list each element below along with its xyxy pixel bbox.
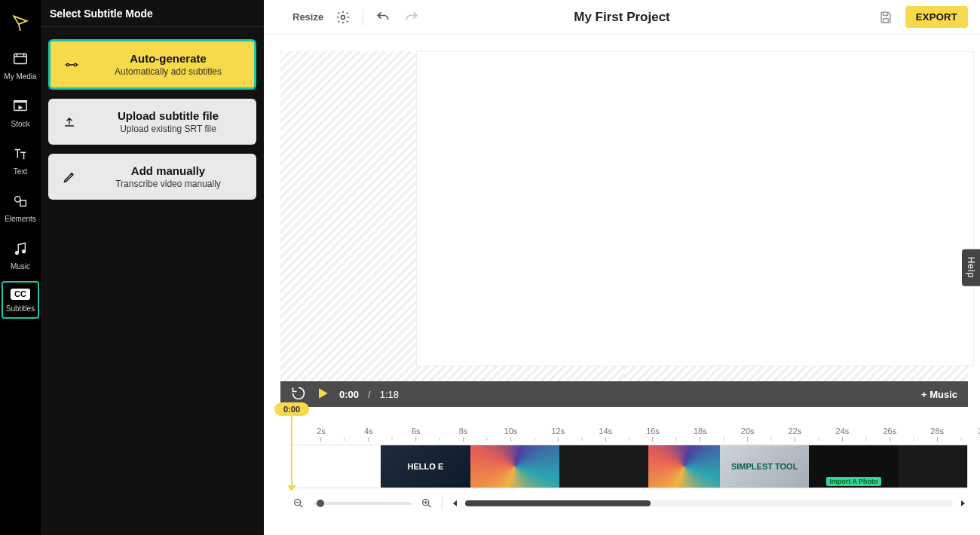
timeline-scrollbar[interactable] xyxy=(465,500,953,506)
play-button[interactable] xyxy=(315,386,330,403)
ruler-tick: 14s xyxy=(599,426,612,442)
ruler-subtick xyxy=(960,437,961,441)
mode-auto-generate[interactable]: Auto-generate Automatically add subtitle… xyxy=(48,39,256,90)
nav-label: Elements xyxy=(5,215,36,223)
playhead-badge[interactable]: 0:00 xyxy=(274,402,309,416)
zoom-slider[interactable] xyxy=(314,502,412,505)
ruler-tick: 8s xyxy=(459,426,468,442)
top-bar: Resize My First Project EXPORT xyxy=(264,0,980,35)
ruler-subtick xyxy=(819,437,819,441)
zoom-in-button[interactable] xyxy=(419,496,434,511)
add-music-button[interactable]: + Music xyxy=(921,389,957,400)
clip-label: SIMPLEST TOOL xyxy=(731,462,798,471)
gear-icon[interactable] xyxy=(334,8,352,26)
pencil-icon xyxy=(59,170,80,185)
ruler-subtick xyxy=(345,437,345,441)
player-duration: 1:18 xyxy=(380,389,399,400)
mode-title: Add manually xyxy=(90,164,246,177)
clip-tail[interactable] xyxy=(899,445,967,488)
timeline-track[interactable]: HELLO ESIMPLEST TOOLImport A Photo xyxy=(291,445,968,488)
rewind-button[interactable] xyxy=(291,386,306,403)
clip-wave1[interactable] xyxy=(470,445,559,488)
divider xyxy=(363,9,363,26)
text-icon xyxy=(11,145,29,163)
project-title[interactable]: My First Project xyxy=(574,10,670,25)
nav-label: Subtitles xyxy=(6,304,35,313)
ruler-subtick xyxy=(392,437,393,441)
undo-button[interactable] xyxy=(374,8,392,26)
video-canvas[interactable] xyxy=(416,51,974,366)
zoom-out-button[interactable] xyxy=(291,496,306,511)
clip-blank[interactable] xyxy=(292,445,381,488)
svg-point-2 xyxy=(15,197,20,202)
nav-item-stock[interactable]: Stock xyxy=(2,91,39,133)
clip-hello[interactable]: HELLO E xyxy=(381,445,470,488)
preview-stage xyxy=(280,51,968,381)
panel-header: Select Subtitle Mode xyxy=(41,0,264,27)
svg-point-7 xyxy=(74,63,76,66)
timeline: 0:00 2s4s6s8s10s12s14s16s18s20s22s24s26s… xyxy=(264,407,980,535)
help-tab[interactable]: Help xyxy=(962,249,980,286)
cc-icon: CC xyxy=(11,289,30,300)
my-media-icon xyxy=(11,50,29,68)
clip-grid1[interactable] xyxy=(559,445,648,488)
ruler-tick: 10s xyxy=(504,426,518,442)
ruler-tick: 20s xyxy=(741,426,755,442)
nav-item-music[interactable]: Music xyxy=(2,234,39,275)
clip-label: HELLO E xyxy=(408,462,444,471)
mode-title: Upload subtitle file xyxy=(90,109,246,122)
ruler-subtick xyxy=(913,437,914,441)
ruler-subtick xyxy=(724,437,724,441)
ruler-tick: 6s xyxy=(412,426,421,442)
nav-label: Text xyxy=(14,167,27,176)
subtitle-mode-panel: Select Subtitle Mode Auto-generate Autom… xyxy=(41,0,264,535)
export-button[interactable]: EXPORT xyxy=(905,6,968,28)
elements-icon xyxy=(11,192,29,210)
nav-item-elements[interactable]: Elements xyxy=(2,186,39,228)
scroll-left-button[interactable] xyxy=(450,498,461,509)
ruler-subtick xyxy=(771,437,772,441)
stock-icon xyxy=(11,97,29,115)
mode-subtitle: Upload existing SRT file xyxy=(90,124,246,134)
ruler-subtick xyxy=(581,437,582,441)
music-icon xyxy=(11,240,29,258)
svg-point-8 xyxy=(341,15,345,19)
ruler-subtick xyxy=(487,437,488,441)
clip-import[interactable]: Import A Photo xyxy=(809,445,898,488)
redo-button[interactable] xyxy=(403,8,421,26)
mode-upload-file[interactable]: Upload subtitle file Upload existing SRT… xyxy=(48,99,256,145)
ruler-subtick xyxy=(676,437,677,441)
svg-point-4 xyxy=(16,252,19,255)
nav-item-text[interactable]: Text xyxy=(2,139,39,180)
mode-subtitle: Transcribe video manually xyxy=(90,179,246,189)
nav-item-subtitles[interactable]: CC Subtitles xyxy=(2,281,39,319)
divider xyxy=(442,497,443,510)
clip-label: Import A Photo xyxy=(826,477,880,486)
ruler-tick: 26s xyxy=(883,426,896,442)
scroll-right-button[interactable] xyxy=(957,498,968,509)
ruler-tick: 12s xyxy=(551,426,565,442)
ruler-tick: 28s xyxy=(930,426,944,442)
playhead-line[interactable] xyxy=(291,416,292,487)
ruler-tick: 18s xyxy=(694,426,707,442)
ruler-subtick xyxy=(629,437,629,441)
clip-simplest[interactable]: SIMPLEST TOOL xyxy=(720,445,809,488)
mode-subtitle: Automatically add subtitles xyxy=(93,66,243,77)
resize-button[interactable]: Resize xyxy=(292,11,323,23)
clip-wave2[interactable] xyxy=(648,445,720,488)
time-separator: / xyxy=(368,389,371,400)
player-bar: 0:00 / 1:18 + Music xyxy=(280,381,968,407)
player-current-time: 0:00 xyxy=(339,389,359,400)
upload-icon xyxy=(59,115,80,130)
app-logo-icon xyxy=(8,5,33,41)
nav-label: Stock xyxy=(11,120,29,128)
svg-rect-0 xyxy=(14,54,27,64)
nav-item-my-media[interactable]: My Media xyxy=(2,44,39,85)
save-icon[interactable] xyxy=(877,8,895,26)
ruler-subtick xyxy=(865,437,866,441)
nav-rail: My Media Stock Text Elements Music CC Su… xyxy=(0,0,41,535)
mode-title: Auto-generate xyxy=(93,52,243,65)
timeline-ruler[interactable]: 2s4s6s8s10s12s14s16s18s20s22s24s26s28s30… xyxy=(291,426,968,445)
mode-add-manually[interactable]: Add manually Transcribe video manually xyxy=(48,154,256,200)
svg-point-5 xyxy=(23,250,26,253)
